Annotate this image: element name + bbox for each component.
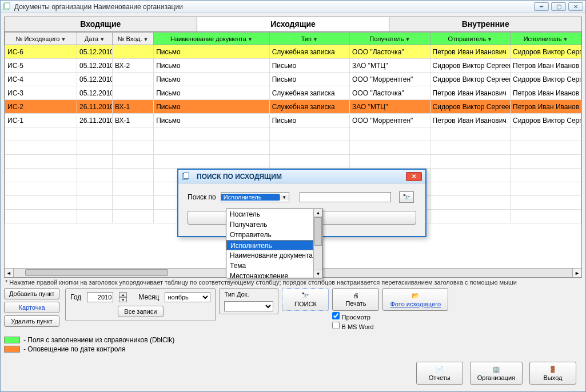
dialog-close-button[interactable]: ✕ (406, 172, 422, 181)
cell-type (269, 155, 349, 169)
doctype-panel: Тип Док. (219, 288, 278, 314)
msword-checkbox[interactable]: В MS Word (332, 322, 379, 330)
year-up-button[interactable]: ▲ (119, 292, 127, 297)
photo-button[interactable]: 📂 Фото исходящего (382, 288, 448, 311)
all-records-button[interactable]: Все записи (118, 306, 164, 317)
cell-in_no: ВХ-1 (112, 114, 153, 127)
tab-incoming[interactable]: Входящие (5, 17, 197, 31)
close-button[interactable]: ✕ (568, 2, 583, 11)
dropdown-scroll-thumb[interactable] (314, 217, 322, 246)
col-recipient[interactable]: Получатель▼ (350, 33, 430, 45)
table-row[interactable]: ИС-126.11.2010ВХ-1ПисьмоПисьмоООО "Морре… (5, 114, 581, 127)
cell-sender (430, 210, 510, 223)
print-label: Печать (345, 300, 366, 307)
maximize-button[interactable]: ▢ (551, 2, 566, 11)
reports-button[interactable]: 📄 Отчеты (416, 362, 463, 385)
cell-doc_name (154, 141, 269, 155)
chevron-down-icon[interactable]: ▼ (280, 195, 289, 200)
cell-date (77, 127, 112, 141)
cell-in_no (112, 155, 153, 169)
cell-recipient: ЗАО "МТЦ" (350, 100, 430, 114)
search-go-icon-button[interactable]: 🔭 (399, 191, 414, 203)
cell-date: 05.12.2010 (77, 59, 112, 73)
reports-label: Отчеты (429, 374, 451, 381)
print-button[interactable]: 🖨 Печать (332, 288, 379, 311)
tab-internal[interactable]: Внутренние (389, 17, 581, 31)
col-date[interactable]: Дата▼ (77, 33, 112, 45)
cell-executor (511, 182, 581, 196)
cell-out_no (5, 127, 77, 141)
svg-rect-3 (184, 173, 189, 179)
dropdown-item[interactable]: Исполнитель (226, 240, 313, 250)
sort-icon: ▼ (61, 37, 66, 42)
cell-doc_name (154, 155, 269, 169)
cell-recipient (350, 155, 430, 169)
cell-type: Служебная записка (269, 86, 349, 100)
cell-executor: Петров Иван Иванов (511, 100, 581, 114)
add-item-button[interactable]: Добавить пункт (4, 288, 59, 299)
cell-sender (430, 169, 510, 182)
dropdown-scrollbar[interactable]: ▲ ▼ (313, 209, 322, 278)
col-in-no[interactable]: № Вход.▼ (112, 33, 153, 45)
cell-out_no: ИС-4 (5, 73, 77, 86)
table-row[interactable]: ИС-305.12.2010ПисьмоСлужебная запискаООО… (5, 86, 581, 100)
cell-executor: Сидоров Виктор Серг (511, 73, 581, 86)
scroll-down-icon[interactable]: ▼ (314, 270, 322, 278)
table-row[interactable]: ИС-405.12.2010ПисьмоПисьмоООО "Моррентге… (5, 73, 581, 86)
col-type[interactable]: Тип▼ (269, 33, 349, 45)
table-row[interactable]: ИС-505.12.2010ВХ-2ПисьмоПисьмоЗАО "МТЦ"С… (5, 59, 581, 73)
scroll-left-icon[interactable]: ◄ (5, 269, 14, 277)
cell-sender: Петров Иван Иванович (430, 114, 510, 127)
binoculars-icon: 🔭 (301, 292, 309, 299)
search-by-label: Поиск по (188, 193, 216, 201)
scroll-up-icon[interactable]: ▲ (314, 209, 322, 217)
preview-checkbox[interactable]: Просмотр (332, 312, 379, 321)
dropdown-item[interactable]: Отправитель (226, 230, 313, 240)
delete-item-button[interactable]: Удалить пункт (4, 315, 59, 327)
dropdown-item[interactable]: Местонахождение (226, 271, 313, 278)
scroll-thumb[interactable] (25, 269, 168, 276)
table-row[interactable]: ИС-605.12.2010ПисьмоСлужебная запискаООО… (5, 45, 581, 59)
cell-date: 05.12.2010 (77, 45, 112, 59)
cell-date: 26.11.2010 (77, 100, 112, 114)
col-doc-name[interactable]: Наименование документа▼ (154, 33, 269, 45)
col-sender[interactable]: Отправитель▼ (430, 33, 510, 45)
cell-type: Письмо (269, 73, 349, 86)
cell-recipient (350, 141, 430, 155)
dialog-icon (182, 173, 190, 181)
col-out-no[interactable]: № Исходящего▼ (5, 33, 77, 45)
minimize-button[interactable]: ━ (534, 2, 549, 11)
doctype-select[interactable] (224, 301, 273, 311)
year-label: Год (70, 293, 81, 301)
search-button[interactable]: 🔭 ПОИСК (282, 288, 329, 311)
year-input[interactable] (87, 292, 113, 302)
search-field-combo[interactable]: Исполнитель ▼ (221, 192, 289, 202)
dropdown-item[interactable]: Наименование документа (226, 250, 313, 261)
cell-date (77, 155, 112, 169)
dropdown-item[interactable]: Тема (226, 261, 313, 271)
scroll-right-icon[interactable]: ► (572, 269, 581, 277)
building-icon: 🏢 (492, 366, 500, 373)
cell-executor (511, 196, 581, 210)
month-select[interactable]: ноябрь (165, 292, 210, 302)
dropdown-item[interactable]: Носитель (226, 209, 313, 219)
exit-button[interactable]: 🚪 Выход (529, 362, 576, 385)
search-field-dropdown: НосительПолучательОтправительИсполнитель… (226, 209, 323, 278)
cell-executor (511, 155, 581, 169)
cell-in_no (112, 210, 153, 223)
cell-type: Служебная записка (269, 45, 349, 59)
card-button[interactable]: Карточка (4, 302, 59, 313)
cell-in_no: ВХ-1 (112, 100, 153, 114)
col-executor[interactable]: Исполнитель▼ (511, 33, 581, 45)
cell-type (269, 127, 349, 141)
cell-executor: Сидоров Виктор Серг (511, 114, 581, 127)
cell-out_no: ИС-3 (5, 86, 77, 100)
table-row[interactable]: ИС-226.11.2010ВХ-1ПисьмоСлужебная записк… (5, 100, 581, 114)
dropdown-item[interactable]: Получатель (226, 219, 313, 230)
search-text-input[interactable] (300, 192, 391, 202)
cell-type: Письмо (269, 59, 349, 73)
svg-rect-1 (5, 3, 10, 9)
tab-outgoing[interactable]: Исходящие (197, 17, 390, 31)
year-down-button[interactable]: ▼ (119, 297, 127, 302)
organization-button[interactable]: 🏢 Организация (470, 362, 523, 385)
